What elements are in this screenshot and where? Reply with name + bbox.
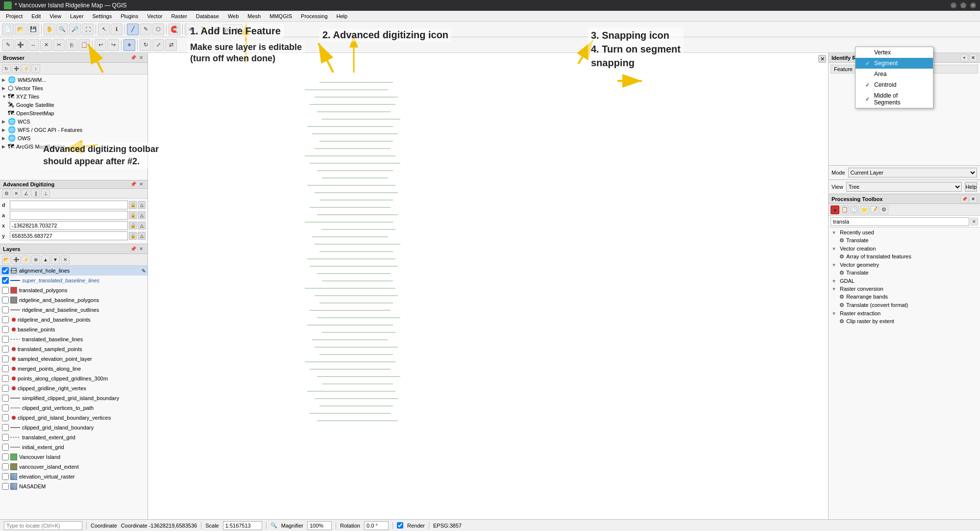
adv-dig-close-btn[interactable]: ✕ [138, 181, 145, 188]
layer-check-13[interactable] [2, 395, 9, 402]
proc-item-translate-1[interactable]: ⚙Translate [830, 236, 979, 245]
browser-item-ows[interactable]: ▶ 🌐 OWS [1, 134, 147, 142]
layer-check-7[interactable] [2, 336, 9, 343]
python-btn[interactable]: 🐍 [197, 24, 209, 35]
menu-edit[interactable]: Edit [27, 12, 45, 20]
proc-group-raster-extraction[interactable]: ▼ Raster extraction [830, 309, 979, 317]
layer-ridgeline-polygons[interactable]: ridgeline_and_baseline_polygons [0, 295, 147, 305]
layer-check-15[interactable] [2, 414, 9, 421]
layer-check-0[interactable] [2, 267, 9, 274]
snapping-btn[interactable]: 🧲 [169, 24, 180, 35]
select-feature-btn[interactable]: ↖ [98, 24, 110, 35]
adv-dig-close-btn2[interactable]: ✕ [12, 189, 21, 198]
layer-sampled-elevation[interactable]: sampled_elevation_point_layer [0, 354, 147, 364]
layer-vancouver-island[interactable]: Vancouver Island [0, 452, 147, 462]
menu-raster[interactable]: Raster [167, 12, 191, 20]
zoom-in-btn[interactable]: 🔍 [56, 24, 68, 35]
scale-input[interactable] [223, 521, 262, 530]
proc-group-raster-conversion[interactable]: ▼ Raster conversion [830, 285, 979, 293]
dig-y-rel[interactable]: △ [138, 232, 146, 240]
menu-web[interactable]: Web [224, 12, 243, 20]
browser-close-btn[interactable]: ✕ [138, 54, 145, 61]
identity-add-btn[interactable]: + [960, 54, 968, 62]
layer-vancouver-extent[interactable]: vancouver_island_extent [0, 462, 147, 472]
add-feature-btn[interactable]: ➕ [15, 39, 26, 51]
identity-header-btns[interactable]: + ✕ [960, 54, 977, 62]
layer-check-10[interactable] [2, 365, 9, 372]
map-close-btn[interactable]: ✕ [818, 55, 826, 63]
proc-search-input[interactable] [831, 217, 969, 226]
layer-merged-points[interactable]: merged_points_along_line [0, 364, 147, 374]
layer-check-2[interactable] [2, 287, 9, 294]
mode-select[interactable]: Current Layer All Layers Top Layer Only [848, 168, 977, 177]
adv-dig-icon-btn[interactable]: ⌖ [123, 39, 135, 51]
menu-vector[interactable]: Vector [143, 12, 166, 20]
browser-item-wfs[interactable]: ▶ 🌐 WFS / OGC API - Features [1, 126, 147, 134]
layer-alignment-hole-lines[interactable]: alignment_hole_lines ✎ [0, 266, 147, 276]
layer-check-22[interactable] [2, 483, 9, 490]
layer-check-14[interactable] [2, 405, 9, 411]
minimize-button[interactable]: ─ [951, 2, 956, 8]
layer-points-along-gridlines[interactable]: points_along_clipped_gridlines_300m [0, 374, 147, 383]
move-vertex-btn[interactable]: ↔ [27, 39, 39, 51]
menu-view[interactable]: View [46, 12, 65, 20]
layers-add-btn[interactable]: ➕ [12, 255, 21, 264]
browser-item-wms[interactable]: ▶ 🌐 WMS/WM... [1, 76, 147, 84]
dig-a-lock[interactable]: 🔒 [129, 211, 137, 219]
menu-settings[interactable]: Settings [88, 12, 116, 20]
layer-super-translated[interactable]: super_translated_baseline_lines [0, 276, 147, 285]
layer-check-6[interactable] [2, 326, 9, 333]
browser-item-google-sat[interactable]: 🛰 Google Satellite [1, 101, 147, 109]
adv-dig-perp-btn[interactable]: ⊥ [41, 189, 50, 198]
dig-d-input[interactable] [10, 201, 128, 209]
scale-btn[interactable]: ⤢ [152, 39, 164, 51]
menu-processing[interactable]: Processing [297, 12, 331, 20]
proc-results-btn[interactable]: 📋 [840, 205, 849, 214]
adv-dig-parallel-btn[interactable]: ∥ [31, 189, 40, 198]
layer-translated-baseline[interactable]: translated_baseline_lines [0, 334, 147, 344]
browser-filter-btn[interactable]: ⚡ [22, 64, 30, 73]
layers-move-up-btn[interactable]: ▲ [41, 255, 50, 264]
dig-y-input[interactable] [10, 231, 128, 240]
layer-translated-extent[interactable]: translated_extent_grid [0, 432, 147, 442]
layers-close-btn[interactable]: ✕ [138, 246, 145, 253]
proc-pin-btn[interactable]: 📌 [960, 195, 968, 203]
proc-close-btn[interactable]: ✕ [969, 195, 977, 203]
pan-map-btn[interactable]: ✋ [44, 24, 55, 35]
dig-x-input[interactable] [10, 221, 128, 230]
layers-filter-btn[interactable]: ⚡ [22, 255, 30, 264]
plugins-btn[interactable]: 🔌 [185, 24, 196, 35]
dig-a-rel[interactable]: △ [138, 211, 146, 219]
layer-nasadem[interactable]: NASADEM [0, 481, 147, 491]
adv-dig-angle-btn[interactable]: ∠ [22, 189, 30, 198]
layer-ridgeline-outlines[interactable]: ridgeline_and_baseline_outlines [0, 305, 147, 315]
layer-check-19[interactable] [2, 454, 9, 460]
layers-open-btn[interactable]: 📂 [2, 255, 11, 264]
snap-segment[interactable]: ✓ Segment [856, 58, 933, 69]
layer-translated-sampled[interactable]: translated_sampled_points [0, 344, 147, 354]
magnifier-input[interactable] [307, 521, 332, 530]
proc-stop-btn[interactable]: ● [831, 205, 839, 214]
menu-plugins[interactable]: Plugins [117, 12, 142, 20]
browser-pin-btn[interactable]: 📌 [130, 54, 137, 61]
layer-check-5[interactable] [2, 316, 9, 323]
layer-check-12[interactable] [2, 385, 9, 392]
layer-check-8[interactable] [2, 346, 9, 353]
proc-group-vector-creation[interactable]: ▼ Vector creation [830, 245, 979, 253]
edit-toggle-btn[interactable]: ✎ [140, 24, 151, 35]
open-project-btn[interactable]: 📂 [15, 24, 26, 35]
proc-item-clip-raster[interactable]: ⚙Clip raster by extent [830, 317, 979, 326]
snap-middle-segments[interactable]: ✓ Middle of Segments [856, 90, 933, 108]
layer-check-16[interactable] [2, 424, 9, 431]
proc-add-script-btn[interactable]: 📝 [870, 205, 879, 214]
proc-header-btns[interactable]: 📌 ✕ [960, 195, 977, 203]
menu-project[interactable]: Project [2, 12, 26, 20]
browser-add-btn[interactable]: ➕ [12, 64, 21, 73]
snap-area[interactable]: Area [856, 69, 933, 79]
layer-check-9[interactable] [2, 355, 9, 362]
layer-check-20[interactable] [2, 463, 9, 470]
layer-check-17[interactable] [2, 434, 9, 441]
proc-item-translate-convert[interactable]: ⚙Translate (convert format) [830, 301, 979, 309]
maximize-button[interactable]: □ [960, 2, 966, 8]
browser-collapse-btn[interactable]: ↕ [31, 64, 40, 73]
